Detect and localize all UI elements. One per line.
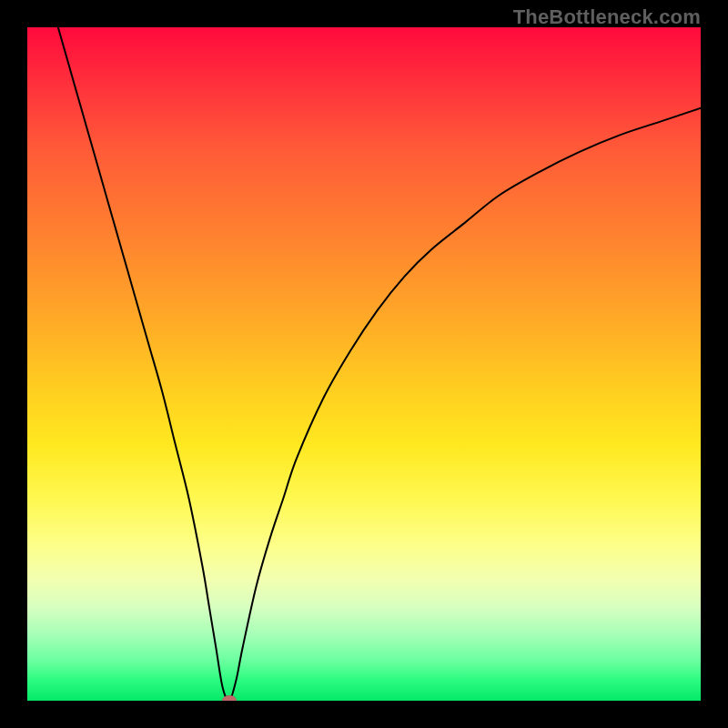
minimum-marker: [222, 695, 237, 701]
chart-frame: TheBottleneck.com: [0, 0, 728, 728]
curve-svg: [27, 27, 701, 701]
watermark-text: TheBottleneck.com: [513, 5, 701, 29]
plot-area: [27, 27, 701, 701]
bottleneck-curve-path: [55, 27, 701, 701]
